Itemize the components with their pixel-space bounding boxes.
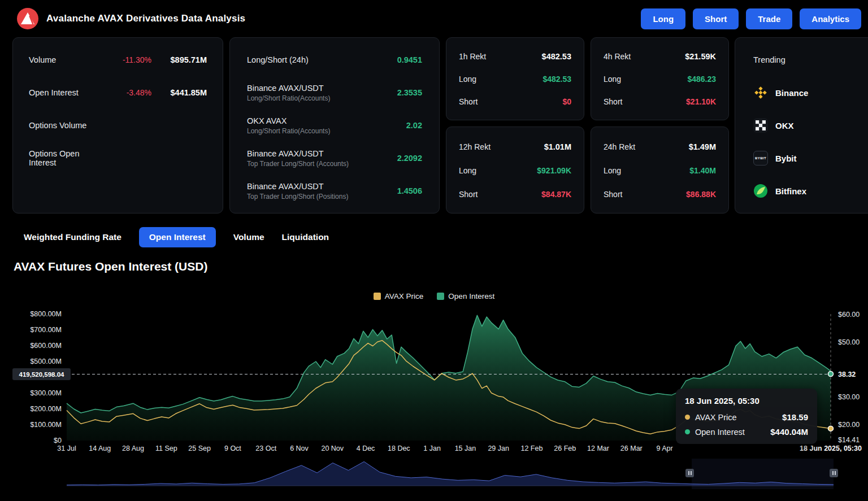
bitfinex-icon	[753, 184, 768, 198]
analytics-button[interactable]: Analytics	[800, 8, 861, 29]
app-header: Avalanche AVAX Derivatives Data Analysis…	[0, 0, 868, 37]
rekt-title: 24h Rekt	[604, 142, 635, 151]
rekt-card-4h: 4h Rekt$21.59K Long$486.23 Short$21.10K	[591, 37, 729, 120]
svg-text:$300.00M: $300.00M	[30, 389, 62, 397]
tooltip-value: $18.59	[782, 412, 808, 422]
short-button[interactable]: Short	[693, 8, 739, 29]
rekt-long-label: Long	[459, 166, 476, 175]
trending-item-bitfinex[interactable]: Bitfinex	[753, 175, 868, 207]
svg-text:28 Aug: 28 Aug	[122, 445, 144, 452]
trending-title: Trending	[753, 43, 868, 76]
svg-text:20 Nov: 20 Nov	[321, 445, 344, 452]
rekt-long-label: Long	[604, 166, 621, 175]
rekt-title: 12h Rekt	[459, 142, 491, 151]
avax-price-swatch-icon	[374, 293, 381, 300]
navigator-left-handle[interactable]	[685, 469, 694, 477]
svg-text:18 Jun 2025, 05:30: 18 Jun 2025, 05:30	[800, 445, 862, 452]
chart-section-title: AVAX Futures Open Interest (USD)	[14, 260, 207, 273]
tooltip-row-price: AVAX Price $18.59	[685, 412, 808, 422]
ratio-value: 2.2092	[397, 154, 422, 163]
svg-text:23 Oct: 23 Oct	[255, 445, 276, 452]
page-title: Avalanche AVAX Derivatives Data Analysis	[46, 13, 245, 24]
svg-text:9 Oct: 9 Oct	[224, 445, 241, 452]
long-short-ratio-card: Long/Short (24h) 0.9451 Binance AVAX/USD…	[229, 37, 440, 214]
ratio-label: OKX AVAX	[247, 116, 406, 125]
chart-tooltip: 18 Jun 2025, 05:30 AVAX Price $18.59 Ope…	[676, 389, 817, 444]
rekt-long-value: $482.53	[542, 75, 571, 84]
rekt-long-label: Long	[459, 75, 476, 84]
chart-tabs: Weighted Funding Rate Open Interest Volu…	[24, 227, 329, 247]
svg-text:$60.00: $60.00	[838, 311, 860, 319]
header-actions: Long Short Trade Analytics	[641, 8, 863, 29]
ratio-sublabel: Long/Short Ratio(Accounts)	[247, 127, 406, 135]
legend-open-interest[interactable]: Open Interest	[437, 292, 494, 300]
rekt-short-label: Short	[459, 190, 478, 199]
tab-liquidation[interactable]: Liquidation	[282, 232, 329, 242]
long-button[interactable]: Long	[641, 8, 685, 29]
ratio-label: Binance AVAX/USDT	[247, 149, 397, 158]
svg-text:$500.00M: $500.00M	[30, 358, 62, 365]
tab-volume[interactable]: Volume	[233, 232, 264, 242]
ratio-row: OKX AVAX Long/Short Ratio(Accounts) 2.02	[247, 109, 422, 142]
svg-text:$0: $0	[54, 437, 62, 445]
legend-avax-price[interactable]: AVAX Price	[374, 292, 424, 300]
svg-text:$200.00M: $200.00M	[30, 405, 62, 413]
trending-item-label: OKX	[775, 121, 794, 130]
stat-row-options-volume: Options Volume	[29, 109, 207, 142]
chart-navigator[interactable]	[0, 458, 868, 497]
trending-item-okx[interactable]: OKX	[753, 109, 868, 142]
svg-text:11 Sep: 11 Sep	[155, 445, 177, 452]
avalanche-logo-icon	[17, 8, 38, 29]
tab-open-interest[interactable]: Open Interest	[139, 227, 216, 247]
trending-item-label: Bybit	[775, 154, 797, 163]
svg-text:9 Apr: 9 Apr	[656, 445, 672, 452]
rekt-short-value: $0	[562, 97, 571, 106]
rekt-card-24h: 24h Rekt$1.49M Long$1.40M Short$86.88K	[591, 127, 729, 214]
stat-value: $441.85M	[151, 88, 207, 97]
price-dot-icon	[685, 415, 690, 420]
svg-text:$600.00M: $600.00M	[30, 342, 62, 350]
stat-change: -11.30%	[104, 55, 151, 64]
rekt-short-label: Short	[604, 190, 622, 199]
open-interest-dot-icon	[685, 429, 690, 434]
stat-row-volume: Volume -11.30% $895.71M	[29, 43, 207, 76]
trending-item-binance[interactable]: Binance	[753, 76, 868, 109]
tooltip-value: $440.04M	[770, 427, 808, 437]
rekt-short-label: Short	[459, 97, 478, 106]
binance-icon	[753, 85, 768, 100]
svg-text:26 Feb: 26 Feb	[554, 445, 576, 452]
svg-text:29 Jan: 29 Jan	[488, 445, 509, 452]
ratio-sublabel: Top Trader Long/Short (Accounts)	[247, 160, 397, 168]
rekt-long-value: $921.09K	[537, 166, 571, 175]
svg-text:26 Mar: 26 Mar	[620, 445, 643, 452]
ratio-label: Binance AVAX/USDT	[247, 84, 397, 93]
rekt-long-value: $1.40M	[689, 166, 716, 175]
market-stats-card: Volume -11.30% $895.71M Open Interest -3…	[12, 37, 223, 214]
rekt-title: 4h Rekt	[604, 52, 631, 61]
ratio-label: Long/Short (24h)	[247, 55, 397, 64]
trending-item-bybit[interactable]: BYBIT Bybit	[753, 142, 868, 175]
stat-label: Open Interest	[29, 88, 104, 97]
trade-button[interactable]: Trade	[746, 8, 792, 29]
ratio-value: 0.9451	[397, 55, 422, 64]
tooltip-date: 18 Jun 2025, 05:30	[685, 396, 808, 406]
svg-text:4 Dec: 4 Dec	[357, 445, 375, 452]
chart-navigator-canvas[interactable]	[0, 458, 868, 497]
navigator-right-handle[interactable]	[830, 469, 838, 477]
trending-item-label: Binance	[775, 88, 808, 98]
rekt-short-label: Short	[604, 97, 622, 106]
svg-text:$800.00M: $800.00M	[30, 310, 62, 318]
tab-weighted-funding-rate[interactable]: Weighted Funding Rate	[24, 232, 121, 242]
stat-row-open-interest: Open Interest -3.48% $441.85M	[29, 76, 207, 109]
ratio-row: Binance AVAX/USDT Long/Short Ratio(Accou…	[247, 76, 422, 109]
rekt-total: $482.53	[542, 52, 571, 61]
rekt-title: 1h Rekt	[459, 52, 486, 61]
rekt-total: $1.49M	[689, 142, 716, 151]
open-interest-swatch-icon	[437, 293, 444, 300]
svg-text:18 Dec: 18 Dec	[388, 445, 410, 452]
stat-value: $895.71M	[151, 55, 207, 64]
svg-text:31 Jul: 31 Jul	[57, 445, 76, 452]
rekt-long-value: $486.23	[687, 75, 716, 84]
ratio-row: Long/Short (24h) 0.9451	[247, 43, 422, 76]
svg-text:14 Aug: 14 Aug	[89, 445, 111, 452]
